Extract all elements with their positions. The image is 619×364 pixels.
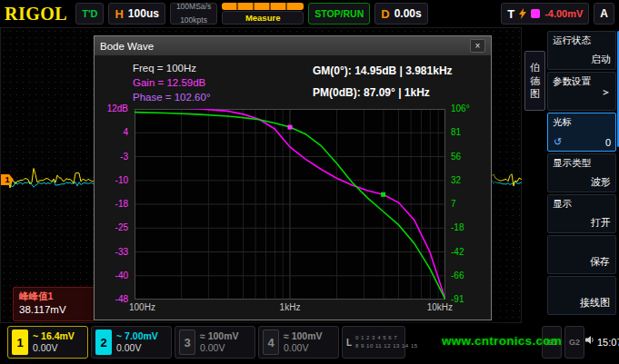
menu-sidebar: 伯 德 图 运行状态 启动 参数设置 ＞ 光标 ↺ 0 显示类型 波形 显示 打… xyxy=(522,27,619,323)
menu-item-run-state[interactable]: 运行状态 启动 xyxy=(547,31,616,70)
menu-item-display[interactable]: 显示 打开 xyxy=(547,194,616,233)
channel-1-scale: ~ 16.4mV xyxy=(33,330,75,342)
gen2-box[interactable]: G2 xyxy=(564,326,584,359)
submenu-arrow-icon: ＞ xyxy=(601,84,611,98)
dialog-title: Bode Wave xyxy=(100,41,154,52)
measure-button[interactable]: Measure xyxy=(222,11,304,25)
dialog-close-button[interactable]: × xyxy=(470,39,485,53)
menu-item-parameter-setup[interactable]: 参数设置 ＞ xyxy=(547,72,616,111)
trigger-slope-icon xyxy=(519,8,526,19)
menu-item-display-type[interactable]: 显示类型 波形 xyxy=(547,153,616,192)
channel-4-box[interactable]: 4 ≈ 100mV 0.00V xyxy=(258,326,339,359)
channel-2-number: 2 xyxy=(95,330,112,355)
logic-label: L xyxy=(346,338,352,348)
delay-box[interactable]: D 0.00s xyxy=(374,3,427,25)
frequency-axis-ticks: 100Hz 1kHz 10kHz xyxy=(135,302,445,315)
timebase-value: 100us xyxy=(128,7,159,20)
speaker-icon xyxy=(585,335,595,345)
readout-phase: Phase = 102.60° xyxy=(133,92,211,103)
channel-1-offset: 0.00V xyxy=(33,342,75,354)
channel-4-number: 4 xyxy=(263,330,279,355)
readout-phase-margin: PM(0dB): 87.09° | 1kHz xyxy=(313,86,430,99)
acquisition-info-box: 100MSa/s 100kpts xyxy=(170,3,217,25)
delay-d-label: D xyxy=(381,7,389,21)
delay-value: 0.00s xyxy=(394,7,422,20)
channel-1-box[interactable]: 1 ~ 16.4mV 0.00V xyxy=(7,326,88,359)
channel-2-offset: 0.00V xyxy=(116,342,158,354)
rotate-knob-icon: ↺ xyxy=(554,136,562,148)
horizontal-h-label: H xyxy=(115,7,123,21)
menu-item-save[interactable]: 保存 xyxy=(547,235,616,274)
phase-axis-ticks: 106°8156327-18-42-66-91 xyxy=(449,109,487,300)
channel-3-box[interactable]: 3 ≈ 100mV 0.00V xyxy=(175,326,255,359)
trigger-box[interactable]: T -4.00mV xyxy=(501,3,589,25)
channel-4-scale: ≈ 100mV xyxy=(284,330,323,342)
run-stop-button[interactable]: STOP/RUN xyxy=(308,3,370,25)
dialog-titlebar[interactable]: Bode Wave × xyxy=(95,36,491,55)
sample-rate: 100MSa/s xyxy=(176,3,211,12)
memory-position-slider[interactable] xyxy=(222,3,304,10)
channel-2-box[interactable]: 2 ~ 7.00mV 0.00V xyxy=(91,326,172,359)
gain-axis-ticks: 12dB4-3-10-18-25-33-40-48 xyxy=(95,109,132,300)
trigger-sweep-mode: A xyxy=(594,3,614,25)
logic-channels-box[interactable]: L 0 1 2 3 4 5 6 7 8 9 10 11 12 13 14 15 xyxy=(342,326,405,359)
channel-2-scale: ~ 7.00mV xyxy=(116,330,158,342)
channel-3-offset: 0.00V xyxy=(200,342,239,354)
trigger-t-label: T xyxy=(507,7,514,21)
channel-3-number: 3 xyxy=(179,330,195,355)
oscilloscope-screen: RIGOL T'D H 100us 100MSa/s 100kpts Measu… xyxy=(0,0,619,364)
bode-plot xyxy=(135,109,445,300)
readout-freq: Freq = 100Hz xyxy=(133,63,196,74)
bode-wave-dialog: Bode Wave × Freq = 100Hz Gain = 12.59dB … xyxy=(95,36,491,320)
waveform-position-group: Measure xyxy=(222,3,304,25)
channel-4-offset: 0.00V xyxy=(284,342,323,354)
measurement-label: 峰峰值1 xyxy=(19,290,88,303)
clock: 15:07 xyxy=(597,337,619,348)
horizontal-timebase-box[interactable]: H 100us xyxy=(108,3,165,25)
logic-row-1: 0 1 2 3 4 5 6 7 xyxy=(355,334,417,342)
bode-plot-canvas xyxy=(135,109,445,300)
top-status-bar: RIGOL T'D H 100us 100MSa/s 100kpts Measu… xyxy=(0,0,619,27)
bode-menu-tab[interactable]: 伯 德 图 xyxy=(524,51,545,111)
channel-3-scale: ≈ 100mV xyxy=(200,330,239,342)
watermark-text: www.cntronics.com xyxy=(442,334,562,348)
menu-item-cursor[interactable]: 光标 ↺ 0 xyxy=(547,113,616,152)
trigger-level-value: -4.00mV xyxy=(544,8,583,19)
readout-gain: Gain = 12.59dB xyxy=(133,77,205,88)
measurement-value: 38.117mV xyxy=(19,304,88,315)
measurement-result-box[interactable]: 峰峰值1 38.117mV xyxy=(13,287,95,321)
channel-1-number: 1 xyxy=(12,330,28,355)
logic-row-2: 8 9 10 11 12 13 14 15 xyxy=(355,342,417,350)
trigger-source-icon xyxy=(531,9,540,18)
trigger-status-badge: T'D xyxy=(75,3,104,25)
menu-item-wiring-diagram[interactable]: 接线图 xyxy=(547,276,616,315)
memory-depth: 100kpts xyxy=(180,16,207,25)
rigol-logo: RIGOL xyxy=(5,4,71,25)
readout-gain-margin: GM(0°): 14.95dB | 3.981kHz xyxy=(313,64,453,77)
